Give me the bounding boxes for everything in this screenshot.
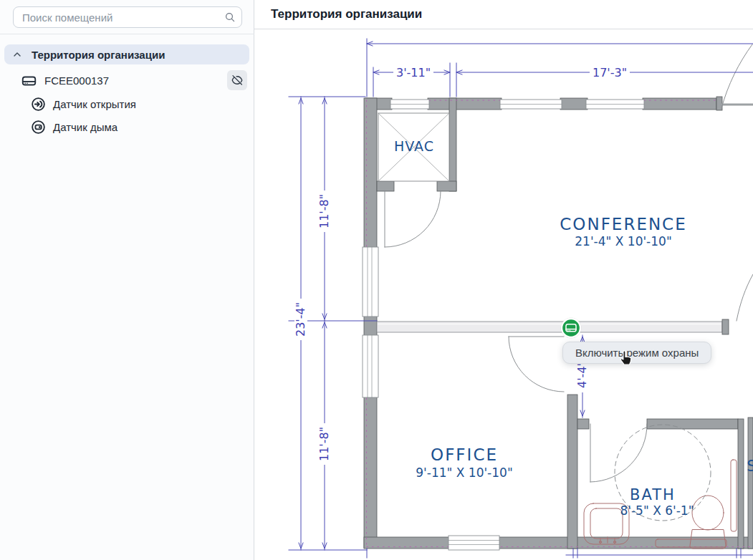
opening-sensor-label: Датчик открытия (53, 98, 136, 110)
chevron-up-icon (11, 49, 23, 60)
tree-section-territory[interactable]: Территория организации (4, 44, 249, 64)
room-label-conference: CONFERENCE (560, 215, 686, 233)
search-icon (224, 11, 236, 23)
dimension-lines (289, 39, 753, 558)
room-label-bath: BATH (630, 486, 676, 503)
smoke-sensor-icon (30, 119, 47, 135)
sidebar-divider (0, 34, 254, 34)
interior-wall (377, 322, 722, 332)
dim-top-right: 17'-3" (593, 66, 627, 79)
main-header: Территория организации (254, 0, 753, 29)
page-title: Территория организации (271, 7, 422, 21)
floor-plan-canvas[interactable]: 3'-11" 17'-3" 23'-4" 11'-8" 11'-8" 4'-4"… (254, 29, 753, 560)
tree-section-label: Территория организации (32, 49, 165, 61)
opening-sensor-icon (30, 96, 47, 112)
tree-item-opening-sensor[interactable]: Датчик открытия (30, 95, 245, 113)
dim-left-upper: 11'-8" (317, 194, 331, 228)
room-label-next-partial: S (747, 458, 753, 475)
smoke-sensor-label: Датчик дыма (53, 121, 117, 133)
dim-door-offset: 4'-4" (575, 361, 589, 388)
tree-item-device[interactable]: FCEE000137 (20, 70, 249, 90)
room-label-hvac: HVAC (394, 138, 434, 154)
interior-wall-cap (722, 319, 729, 334)
dim-left-lower: 11'-8" (317, 427, 331, 461)
search-input[interactable] (13, 6, 242, 28)
search-field-wrap (13, 6, 242, 28)
tree-item-smoke-sensor[interactable]: Датчик дыма (30, 117, 245, 136)
marker-tooltip: Включить режим охраны (562, 342, 711, 364)
dim-text-bg (294, 66, 630, 465)
sidebar: Территория организации FCEE000137 Датчик… (0, 0, 254, 560)
dim-left-overall: 23'-4" (294, 302, 307, 337)
dim-top-left: 3'-11" (396, 66, 431, 79)
floor-plan-svg: 3'-11" 17'-3" 23'-4" 11'-8" 11'-8" 4'-4"… (254, 29, 753, 560)
visibility-off-button[interactable] (227, 70, 247, 90)
eye-off-icon (231, 74, 244, 87)
device-hub-icon (20, 72, 38, 90)
room-size-office: 9'-11" X 10'-10" (416, 465, 512, 480)
device-id-label: FCEE000137 (44, 74, 109, 87)
room-label-office: OFFICE (431, 445, 498, 464)
device-marker-armed-toggle[interactable] (561, 318, 582, 339)
room-size-bath: 8'-5" X 6'-1" (620, 503, 694, 518)
room-size-conference: 21'-4" X 10'-10" (575, 234, 671, 248)
marker-tooltip-text: Включить режим охраны (575, 347, 699, 359)
